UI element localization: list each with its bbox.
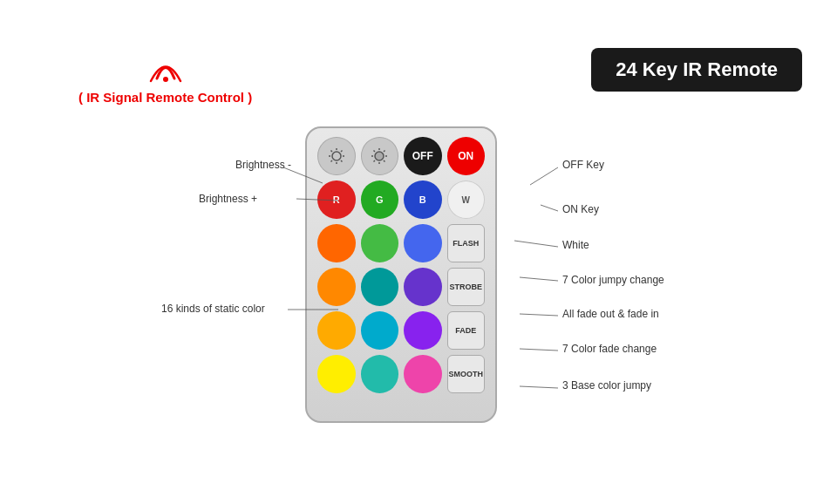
on-button[interactable]: ON	[447, 137, 485, 175]
flash-label: 7 Color jumpy change	[562, 274, 664, 286]
remote-body: OFF ON R G B W FLASH STROBE	[305, 126, 497, 423]
row-top: OFF ON	[317, 137, 485, 175]
brightness-plus-button[interactable]	[361, 137, 399, 175]
color-yellow-button[interactable]	[317, 355, 356, 393]
color-cyan-button[interactable]	[361, 311, 399, 350]
brightness-minus-button[interactable]	[317, 137, 356, 175]
ir-signal-label: ( IR Signal Remote Control )	[78, 90, 252, 105]
color-teal2-button[interactable]	[361, 355, 399, 393]
color-violet-button[interactable]	[404, 311, 442, 350]
row-5: FADE	[317, 311, 485, 350]
fade-button[interactable]: FADE	[447, 311, 486, 350]
brightness-minus-label: Brightness -	[235, 159, 291, 171]
color-purple-button[interactable]	[404, 268, 442, 306]
svg-line-17	[384, 151, 385, 153]
static-colors-label: 16 kinds of static color	[161, 303, 265, 315]
row-6: SMOOTH	[317, 355, 485, 393]
svg-line-22	[541, 205, 558, 211]
svg-line-27	[520, 386, 558, 388]
color-pink-button[interactable]	[404, 355, 442, 393]
fade-label: 7 Color fade change	[562, 343, 657, 355]
smooth-button[interactable]: SMOOTH	[447, 355, 486, 393]
svg-point-10	[375, 152, 384, 160]
white-button[interactable]: W	[447, 180, 486, 219]
svg-point-0	[163, 77, 168, 82]
red-button[interactable]: R	[317, 180, 356, 219]
svg-line-18	[374, 160, 376, 162]
color-blue1-button[interactable]	[404, 224, 442, 262]
svg-line-9	[330, 160, 332, 162]
smooth-label: 3 Base color jumpy	[562, 379, 651, 392]
brightness-plus-label: Brightness +	[199, 193, 257, 205]
row-3: FLASH	[317, 224, 485, 262]
ir-icon	[78, 48, 252, 86]
off-key-label: OFF Key	[562, 159, 604, 171]
svg-line-23	[514, 241, 558, 247]
svg-line-21	[530, 167, 558, 185]
green-button[interactable]: G	[361, 180, 399, 219]
svg-line-7	[341, 160, 343, 162]
row-4: STROBE	[317, 268, 485, 306]
page-container: 24 Key IR Remote ( IR Signal Remote Cont…	[0, 0, 837, 504]
strobe-button[interactable]: STROBE	[447, 268, 486, 306]
color-green1-button[interactable]	[361, 224, 399, 262]
svg-point-1	[332, 152, 341, 160]
off-button[interactable]: OFF	[404, 137, 441, 175]
color-teal-button[interactable]	[361, 268, 399, 306]
svg-line-16	[384, 160, 385, 162]
white-label: White	[562, 239, 589, 251]
title-text: 24 Key IR Remote	[616, 58, 778, 80]
color-orange2-button[interactable]	[317, 268, 356, 306]
color-amber-button[interactable]	[317, 311, 356, 350]
svg-line-8	[341, 151, 343, 153]
on-key-label: ON Key	[562, 203, 599, 215]
color-orange1-button[interactable]	[317, 224, 356, 262]
svg-line-24	[520, 277, 558, 281]
strobe-label: All fade out & fade in	[562, 308, 659, 320]
svg-line-15	[374, 151, 376, 153]
ir-signal-section: ( IR Signal Remote Control )	[78, 48, 252, 105]
row-rgbw: R G B W	[317, 180, 485, 219]
title-badge: 24 Key IR Remote	[591, 48, 802, 92]
svg-line-25	[520, 314, 558, 316]
svg-line-6	[330, 151, 332, 153]
blue-button[interactable]: B	[404, 180, 442, 219]
flash-button[interactable]: FLASH	[447, 224, 486, 262]
svg-line-26	[520, 349, 558, 351]
